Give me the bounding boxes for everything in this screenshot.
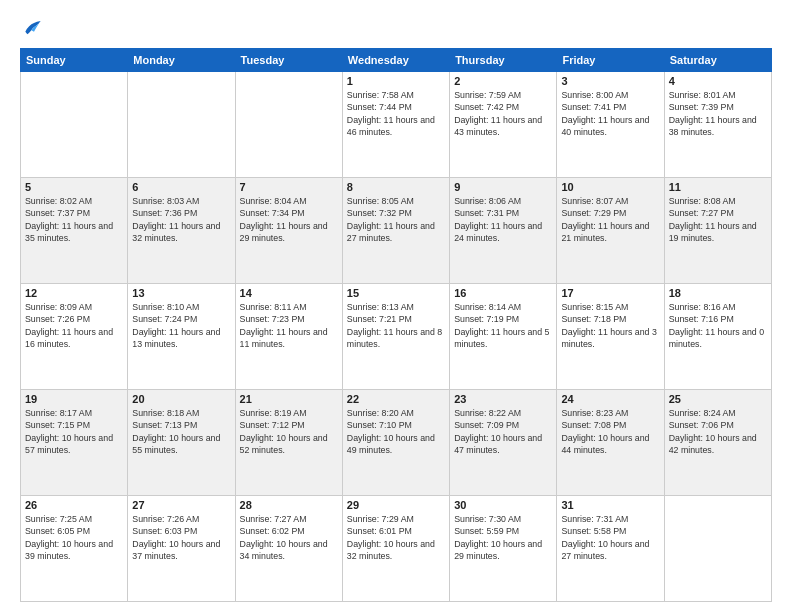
day-number: 12 bbox=[25, 287, 123, 299]
calendar-cell: 26Sunrise: 7:25 AM Sunset: 6:05 PM Dayli… bbox=[21, 496, 128, 602]
calendar-cell bbox=[235, 72, 342, 178]
calendar-cell: 27Sunrise: 7:26 AM Sunset: 6:03 PM Dayli… bbox=[128, 496, 235, 602]
day-info: Sunrise: 8:03 AM Sunset: 7:36 PM Dayligh… bbox=[132, 195, 230, 244]
calendar-header-saturday: Saturday bbox=[664, 49, 771, 72]
day-info: Sunrise: 7:30 AM Sunset: 5:59 PM Dayligh… bbox=[454, 513, 552, 562]
calendar-header-monday: Monday bbox=[128, 49, 235, 72]
day-number: 8 bbox=[347, 181, 445, 193]
day-number: 21 bbox=[240, 393, 338, 405]
day-info: Sunrise: 8:07 AM Sunset: 7:29 PM Dayligh… bbox=[561, 195, 659, 244]
day-number: 19 bbox=[25, 393, 123, 405]
calendar-cell: 19Sunrise: 8:17 AM Sunset: 7:15 PM Dayli… bbox=[21, 390, 128, 496]
day-info: Sunrise: 8:18 AM Sunset: 7:13 PM Dayligh… bbox=[132, 407, 230, 456]
day-number: 17 bbox=[561, 287, 659, 299]
day-info: Sunrise: 7:31 AM Sunset: 5:58 PM Dayligh… bbox=[561, 513, 659, 562]
day-number: 13 bbox=[132, 287, 230, 299]
day-number: 27 bbox=[132, 499, 230, 511]
day-info: Sunrise: 8:24 AM Sunset: 7:06 PM Dayligh… bbox=[669, 407, 767, 456]
day-number: 4 bbox=[669, 75, 767, 87]
calendar-cell: 17Sunrise: 8:15 AM Sunset: 7:18 PM Dayli… bbox=[557, 284, 664, 390]
calendar-cell: 28Sunrise: 7:27 AM Sunset: 6:02 PM Dayli… bbox=[235, 496, 342, 602]
day-info: Sunrise: 8:09 AM Sunset: 7:26 PM Dayligh… bbox=[25, 301, 123, 350]
day-info: Sunrise: 8:13 AM Sunset: 7:21 PM Dayligh… bbox=[347, 301, 445, 350]
day-info: Sunrise: 8:23 AM Sunset: 7:08 PM Dayligh… bbox=[561, 407, 659, 456]
day-info: Sunrise: 7:59 AM Sunset: 7:42 PM Dayligh… bbox=[454, 89, 552, 138]
calendar-week-row: 1Sunrise: 7:58 AM Sunset: 7:44 PM Daylig… bbox=[21, 72, 772, 178]
day-info: Sunrise: 7:26 AM Sunset: 6:03 PM Dayligh… bbox=[132, 513, 230, 562]
day-info: Sunrise: 8:05 AM Sunset: 7:32 PM Dayligh… bbox=[347, 195, 445, 244]
day-info: Sunrise: 7:29 AM Sunset: 6:01 PM Dayligh… bbox=[347, 513, 445, 562]
day-number: 6 bbox=[132, 181, 230, 193]
day-number: 5 bbox=[25, 181, 123, 193]
day-number: 20 bbox=[132, 393, 230, 405]
calendar-cell: 9Sunrise: 8:06 AM Sunset: 7:31 PM Daylig… bbox=[450, 178, 557, 284]
day-info: Sunrise: 7:25 AM Sunset: 6:05 PM Dayligh… bbox=[25, 513, 123, 562]
logo-bird-icon bbox=[22, 18, 42, 38]
day-info: Sunrise: 8:08 AM Sunset: 7:27 PM Dayligh… bbox=[669, 195, 767, 244]
calendar-header-thursday: Thursday bbox=[450, 49, 557, 72]
calendar-cell: 6Sunrise: 8:03 AM Sunset: 7:36 PM Daylig… bbox=[128, 178, 235, 284]
day-number: 9 bbox=[454, 181, 552, 193]
day-number: 22 bbox=[347, 393, 445, 405]
calendar-week-row: 26Sunrise: 7:25 AM Sunset: 6:05 PM Dayli… bbox=[21, 496, 772, 602]
day-info: Sunrise: 8:06 AM Sunset: 7:31 PM Dayligh… bbox=[454, 195, 552, 244]
day-info: Sunrise: 8:11 AM Sunset: 7:23 PM Dayligh… bbox=[240, 301, 338, 350]
logo-text bbox=[20, 18, 44, 38]
day-info: Sunrise: 8:17 AM Sunset: 7:15 PM Dayligh… bbox=[25, 407, 123, 456]
calendar-cell: 23Sunrise: 8:22 AM Sunset: 7:09 PM Dayli… bbox=[450, 390, 557, 496]
day-info: Sunrise: 8:20 AM Sunset: 7:10 PM Dayligh… bbox=[347, 407, 445, 456]
day-info: Sunrise: 8:16 AM Sunset: 7:16 PM Dayligh… bbox=[669, 301, 767, 350]
day-info: Sunrise: 8:19 AM Sunset: 7:12 PM Dayligh… bbox=[240, 407, 338, 456]
day-number: 7 bbox=[240, 181, 338, 193]
day-info: Sunrise: 8:15 AM Sunset: 7:18 PM Dayligh… bbox=[561, 301, 659, 350]
calendar-cell: 16Sunrise: 8:14 AM Sunset: 7:19 PM Dayli… bbox=[450, 284, 557, 390]
calendar-cell: 15Sunrise: 8:13 AM Sunset: 7:21 PM Dayli… bbox=[342, 284, 449, 390]
day-info: Sunrise: 8:14 AM Sunset: 7:19 PM Dayligh… bbox=[454, 301, 552, 350]
day-number: 1 bbox=[347, 75, 445, 87]
day-info: Sunrise: 8:22 AM Sunset: 7:09 PM Dayligh… bbox=[454, 407, 552, 456]
calendar-cell bbox=[664, 496, 771, 602]
day-number: 26 bbox=[25, 499, 123, 511]
day-number: 31 bbox=[561, 499, 659, 511]
calendar-cell: 10Sunrise: 8:07 AM Sunset: 7:29 PM Dayli… bbox=[557, 178, 664, 284]
day-number: 30 bbox=[454, 499, 552, 511]
day-number: 25 bbox=[669, 393, 767, 405]
calendar-cell: 4Sunrise: 8:01 AM Sunset: 7:39 PM Daylig… bbox=[664, 72, 771, 178]
calendar-cell: 21Sunrise: 8:19 AM Sunset: 7:12 PM Dayli… bbox=[235, 390, 342, 496]
calendar-cell: 13Sunrise: 8:10 AM Sunset: 7:24 PM Dayli… bbox=[128, 284, 235, 390]
day-number: 2 bbox=[454, 75, 552, 87]
day-info: Sunrise: 8:00 AM Sunset: 7:41 PM Dayligh… bbox=[561, 89, 659, 138]
day-number: 28 bbox=[240, 499, 338, 511]
day-number: 16 bbox=[454, 287, 552, 299]
day-info: Sunrise: 8:02 AM Sunset: 7:37 PM Dayligh… bbox=[25, 195, 123, 244]
calendar-cell: 12Sunrise: 8:09 AM Sunset: 7:26 PM Dayli… bbox=[21, 284, 128, 390]
calendar-cell: 14Sunrise: 8:11 AM Sunset: 7:23 PM Dayli… bbox=[235, 284, 342, 390]
calendar-cell: 8Sunrise: 8:05 AM Sunset: 7:32 PM Daylig… bbox=[342, 178, 449, 284]
calendar-table: SundayMondayTuesdayWednesdayThursdayFrid… bbox=[20, 48, 772, 602]
calendar-header-sunday: Sunday bbox=[21, 49, 128, 72]
calendar-cell: 11Sunrise: 8:08 AM Sunset: 7:27 PM Dayli… bbox=[664, 178, 771, 284]
day-info: Sunrise: 8:10 AM Sunset: 7:24 PM Dayligh… bbox=[132, 301, 230, 350]
calendar-cell: 3Sunrise: 8:00 AM Sunset: 7:41 PM Daylig… bbox=[557, 72, 664, 178]
calendar-cell: 5Sunrise: 8:02 AM Sunset: 7:37 PM Daylig… bbox=[21, 178, 128, 284]
calendar-cell: 24Sunrise: 8:23 AM Sunset: 7:08 PM Dayli… bbox=[557, 390, 664, 496]
calendar-cell: 7Sunrise: 8:04 AM Sunset: 7:34 PM Daylig… bbox=[235, 178, 342, 284]
calendar-week-row: 5Sunrise: 8:02 AM Sunset: 7:37 PM Daylig… bbox=[21, 178, 772, 284]
day-number: 23 bbox=[454, 393, 552, 405]
day-number: 18 bbox=[669, 287, 767, 299]
day-number: 24 bbox=[561, 393, 659, 405]
calendar-cell: 25Sunrise: 8:24 AM Sunset: 7:06 PM Dayli… bbox=[664, 390, 771, 496]
day-info: Sunrise: 7:27 AM Sunset: 6:02 PM Dayligh… bbox=[240, 513, 338, 562]
calendar-week-row: 19Sunrise: 8:17 AM Sunset: 7:15 PM Dayli… bbox=[21, 390, 772, 496]
day-number: 29 bbox=[347, 499, 445, 511]
calendar-week-row: 12Sunrise: 8:09 AM Sunset: 7:26 PM Dayli… bbox=[21, 284, 772, 390]
calendar-cell: 18Sunrise: 8:16 AM Sunset: 7:16 PM Dayli… bbox=[664, 284, 771, 390]
calendar-cell: 29Sunrise: 7:29 AM Sunset: 6:01 PM Dayli… bbox=[342, 496, 449, 602]
calendar-cell bbox=[21, 72, 128, 178]
calendar-cell: 20Sunrise: 8:18 AM Sunset: 7:13 PM Dayli… bbox=[128, 390, 235, 496]
calendar-cell: 31Sunrise: 7:31 AM Sunset: 5:58 PM Dayli… bbox=[557, 496, 664, 602]
calendar-cell bbox=[128, 72, 235, 178]
day-number: 3 bbox=[561, 75, 659, 87]
logo bbox=[20, 18, 44, 38]
page: SundayMondayTuesdayWednesdayThursdayFrid… bbox=[0, 0, 792, 612]
